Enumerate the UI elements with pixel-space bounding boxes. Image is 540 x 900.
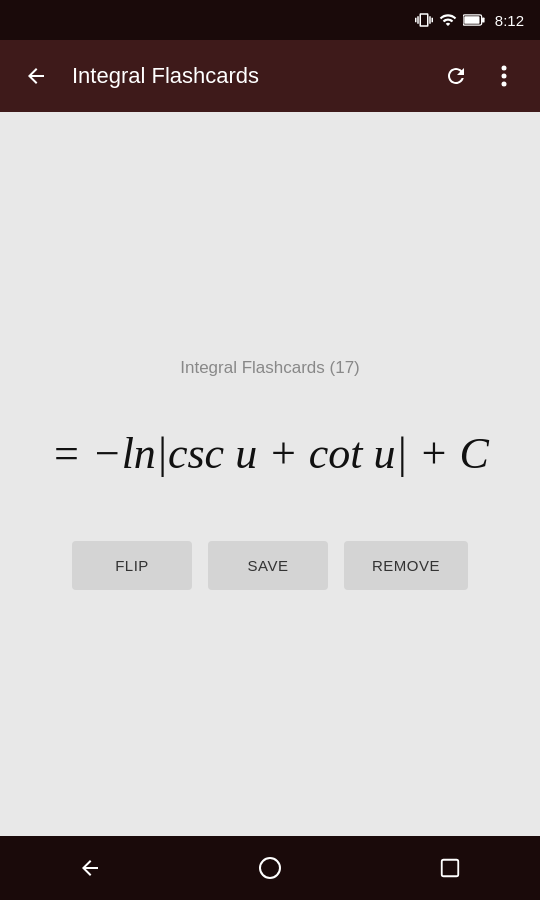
action-buttons: FLIP SAVE REMOVE (72, 541, 468, 590)
flip-button[interactable]: FLIP (72, 541, 192, 590)
svg-point-5 (502, 82, 507, 87)
bottom-nav (0, 836, 540, 900)
vibrate-icon (415, 11, 433, 29)
save-button[interactable]: SAVE (208, 541, 328, 590)
more-options-button[interactable] (484, 56, 524, 96)
battery-icon (463, 13, 485, 27)
status-bar: 8:12 (0, 0, 540, 40)
status-time: 8:12 (495, 12, 524, 29)
svg-point-3 (502, 66, 507, 71)
svg-point-6 (260, 858, 280, 878)
svg-rect-2 (464, 16, 479, 24)
formula-display: = −ln|csc u + cot u| + C (51, 428, 489, 481)
svg-rect-7 (442, 860, 459, 877)
signal-icon (439, 11, 457, 29)
svg-rect-1 (482, 17, 485, 22)
formula-container: = −ln|csc u + cot u| + C (20, 418, 520, 531)
remove-button[interactable]: REMOVE (344, 541, 468, 590)
app-title: Integral Flashcards (72, 63, 420, 89)
app-bar: Integral Flashcards (0, 40, 540, 112)
status-icons: 8:12 (415, 11, 524, 29)
nav-home-button[interactable] (240, 848, 300, 888)
nav-back-button[interactable] (60, 848, 120, 888)
card-subtitle: Integral Flashcards (17) (180, 358, 360, 378)
main-content: Integral Flashcards (17) = −ln|csc u + c… (0, 112, 540, 836)
nav-recents-button[interactable] (420, 848, 480, 888)
back-button[interactable] (16, 56, 56, 96)
app-bar-actions (436, 56, 524, 96)
refresh-button[interactable] (436, 56, 476, 96)
svg-point-4 (502, 74, 507, 79)
